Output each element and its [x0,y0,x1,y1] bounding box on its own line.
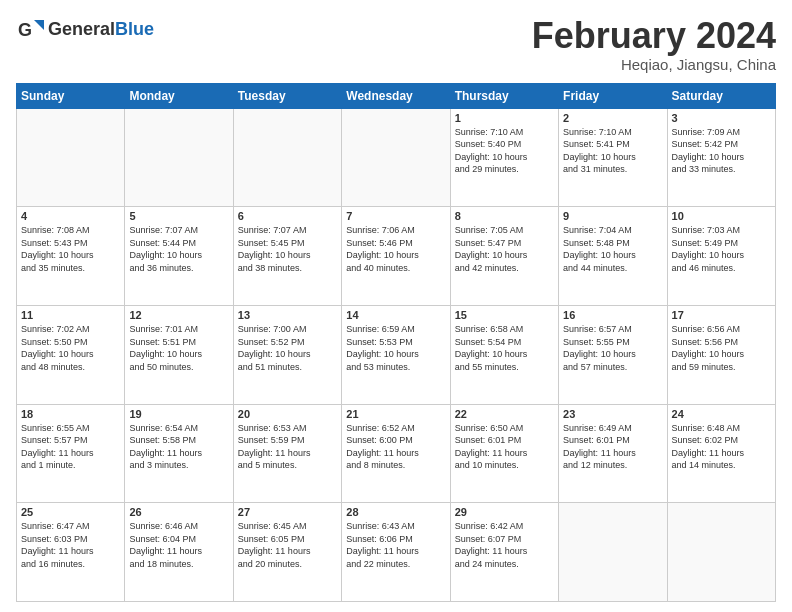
day-info: Sunrise: 6:57 AM Sunset: 5:55 PM Dayligh… [563,323,662,373]
day-number: 22 [455,408,554,420]
day-info: Sunrise: 6:46 AM Sunset: 6:04 PM Dayligh… [129,520,228,570]
day-number: 5 [129,210,228,222]
logo: G GeneralBlue [16,16,154,44]
day-cell: 18Sunrise: 6:55 AM Sunset: 5:57 PM Dayli… [17,404,125,503]
day-cell: 23Sunrise: 6:49 AM Sunset: 6:01 PM Dayli… [559,404,667,503]
calendar-page: G GeneralBlue February 2024 Heqiao, Jian… [0,0,792,612]
day-cell: 26Sunrise: 6:46 AM Sunset: 6:04 PM Dayli… [125,503,233,602]
day-info: Sunrise: 7:07 AM Sunset: 5:44 PM Dayligh… [129,224,228,274]
day-cell: 5Sunrise: 7:07 AM Sunset: 5:44 PM Daylig… [125,207,233,306]
day-number: 3 [672,112,771,124]
day-info: Sunrise: 7:09 AM Sunset: 5:42 PM Dayligh… [672,126,771,176]
day-cell: 19Sunrise: 6:54 AM Sunset: 5:58 PM Dayli… [125,404,233,503]
svg-text:G: G [18,20,32,40]
logo-icon: G [16,16,44,44]
day-cell: 10Sunrise: 7:03 AM Sunset: 5:49 PM Dayli… [667,207,775,306]
calendar-subtitle: Heqiao, Jiangsu, China [532,56,776,73]
weekday-sunday: Sunday [17,83,125,108]
day-number: 15 [455,309,554,321]
day-number: 16 [563,309,662,321]
day-info: Sunrise: 7:06 AM Sunset: 5:46 PM Dayligh… [346,224,445,274]
day-number: 10 [672,210,771,222]
day-cell: 7Sunrise: 7:06 AM Sunset: 5:46 PM Daylig… [342,207,450,306]
day-cell: 20Sunrise: 6:53 AM Sunset: 5:59 PM Dayli… [233,404,341,503]
day-cell: 27Sunrise: 6:45 AM Sunset: 6:05 PM Dayli… [233,503,341,602]
day-cell: 29Sunrise: 6:42 AM Sunset: 6:07 PM Dayli… [450,503,558,602]
weekday-header-row: SundayMondayTuesdayWednesdayThursdayFrid… [17,83,776,108]
day-number: 14 [346,309,445,321]
day-info: Sunrise: 7:01 AM Sunset: 5:51 PM Dayligh… [129,323,228,373]
day-cell: 12Sunrise: 7:01 AM Sunset: 5:51 PM Dayli… [125,305,233,404]
logo-text: GeneralBlue [48,20,154,40]
calendar-table: SundayMondayTuesdayWednesdayThursdayFrid… [16,83,776,602]
day-info: Sunrise: 6:43 AM Sunset: 6:06 PM Dayligh… [346,520,445,570]
day-number: 25 [21,506,120,518]
calendar-header: G GeneralBlue February 2024 Heqiao, Jian… [16,16,776,73]
day-cell: 22Sunrise: 6:50 AM Sunset: 6:01 PM Dayli… [450,404,558,503]
day-cell: 8Sunrise: 7:05 AM Sunset: 5:47 PM Daylig… [450,207,558,306]
day-cell [125,108,233,207]
day-cell: 28Sunrise: 6:43 AM Sunset: 6:06 PM Dayli… [342,503,450,602]
day-info: Sunrise: 7:10 AM Sunset: 5:41 PM Dayligh… [563,126,662,176]
day-info: Sunrise: 6:49 AM Sunset: 6:01 PM Dayligh… [563,422,662,472]
day-info: Sunrise: 7:04 AM Sunset: 5:48 PM Dayligh… [563,224,662,274]
day-info: Sunrise: 6:45 AM Sunset: 6:05 PM Dayligh… [238,520,337,570]
day-cell: 15Sunrise: 6:58 AM Sunset: 5:54 PM Dayli… [450,305,558,404]
day-info: Sunrise: 6:54 AM Sunset: 5:58 PM Dayligh… [129,422,228,472]
weekday-friday: Friday [559,83,667,108]
day-cell [559,503,667,602]
title-block: February 2024 Heqiao, Jiangsu, China [532,16,776,73]
week-row-3: 11Sunrise: 7:02 AM Sunset: 5:50 PM Dayli… [17,305,776,404]
day-info: Sunrise: 6:48 AM Sunset: 6:02 PM Dayligh… [672,422,771,472]
day-number: 2 [563,112,662,124]
day-cell: 1Sunrise: 7:10 AM Sunset: 5:40 PM Daylig… [450,108,558,207]
day-info: Sunrise: 7:02 AM Sunset: 5:50 PM Dayligh… [21,323,120,373]
day-info: Sunrise: 6:58 AM Sunset: 5:54 PM Dayligh… [455,323,554,373]
day-number: 13 [238,309,337,321]
day-info: Sunrise: 7:07 AM Sunset: 5:45 PM Dayligh… [238,224,337,274]
weekday-tuesday: Tuesday [233,83,341,108]
day-number: 6 [238,210,337,222]
day-info: Sunrise: 6:59 AM Sunset: 5:53 PM Dayligh… [346,323,445,373]
day-info: Sunrise: 7:05 AM Sunset: 5:47 PM Dayligh… [455,224,554,274]
day-cell: 21Sunrise: 6:52 AM Sunset: 6:00 PM Dayli… [342,404,450,503]
day-cell [667,503,775,602]
day-info: Sunrise: 7:10 AM Sunset: 5:40 PM Dayligh… [455,126,554,176]
weekday-thursday: Thursday [450,83,558,108]
day-number: 12 [129,309,228,321]
day-number: 29 [455,506,554,518]
day-cell: 24Sunrise: 6:48 AM Sunset: 6:02 PM Dayli… [667,404,775,503]
day-cell: 9Sunrise: 7:04 AM Sunset: 5:48 PM Daylig… [559,207,667,306]
day-number: 11 [21,309,120,321]
svg-marker-1 [34,20,44,30]
day-number: 23 [563,408,662,420]
day-cell [342,108,450,207]
day-info: Sunrise: 6:50 AM Sunset: 6:01 PM Dayligh… [455,422,554,472]
day-info: Sunrise: 6:52 AM Sunset: 6:00 PM Dayligh… [346,422,445,472]
day-number: 8 [455,210,554,222]
day-number: 9 [563,210,662,222]
day-info: Sunrise: 6:42 AM Sunset: 6:07 PM Dayligh… [455,520,554,570]
week-row-1: 1Sunrise: 7:10 AM Sunset: 5:40 PM Daylig… [17,108,776,207]
day-number: 19 [129,408,228,420]
day-number: 26 [129,506,228,518]
day-cell: 17Sunrise: 6:56 AM Sunset: 5:56 PM Dayli… [667,305,775,404]
day-number: 4 [21,210,120,222]
day-number: 24 [672,408,771,420]
day-number: 18 [21,408,120,420]
day-number: 21 [346,408,445,420]
day-number: 27 [238,506,337,518]
day-info: Sunrise: 7:08 AM Sunset: 5:43 PM Dayligh… [21,224,120,274]
day-number: 17 [672,309,771,321]
day-cell: 14Sunrise: 6:59 AM Sunset: 5:53 PM Dayli… [342,305,450,404]
day-info: Sunrise: 6:55 AM Sunset: 5:57 PM Dayligh… [21,422,120,472]
day-cell: 16Sunrise: 6:57 AM Sunset: 5:55 PM Dayli… [559,305,667,404]
day-cell: 13Sunrise: 7:00 AM Sunset: 5:52 PM Dayli… [233,305,341,404]
day-info: Sunrise: 7:00 AM Sunset: 5:52 PM Dayligh… [238,323,337,373]
day-number: 1 [455,112,554,124]
week-row-2: 4Sunrise: 7:08 AM Sunset: 5:43 PM Daylig… [17,207,776,306]
day-cell: 4Sunrise: 7:08 AM Sunset: 5:43 PM Daylig… [17,207,125,306]
day-info: Sunrise: 6:47 AM Sunset: 6:03 PM Dayligh… [21,520,120,570]
weekday-wednesday: Wednesday [342,83,450,108]
day-number: 28 [346,506,445,518]
